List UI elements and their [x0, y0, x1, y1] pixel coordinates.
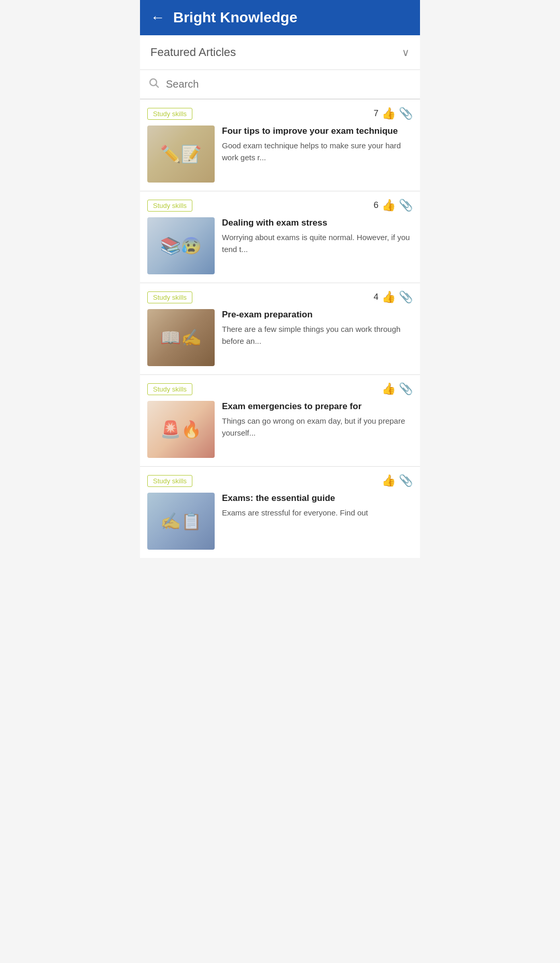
article-item[interactable]: Study skills 6 👍 📎 Dealing with exam str… — [140, 191, 420, 283]
article-thumbnail — [147, 493, 215, 550]
attachment-icon[interactable]: 📎 — [399, 290, 413, 304]
article-item[interactable]: Study skills 👍 📎 Exam emergencies to pre… — [140, 375, 420, 467]
article-text: Exam emergencies to prepare for Things c… — [222, 401, 413, 458]
article-excerpt: Exams are stressful for everyone. Find o… — [222, 507, 413, 519]
article-text: Pre-exam preparation There are a few sim… — [222, 309, 413, 366]
article-excerpt: There are a few simple things you can wo… — [222, 324, 413, 347]
article-top-row: Study skills 👍 📎 — [140, 467, 420, 487]
search-input[interactable] — [166, 78, 412, 90]
article-text: Exams: the essential guide Exams are str… — [222, 493, 413, 550]
article-meta: 4 👍 📎 — [374, 290, 413, 304]
article-meta: 6 👍 📎 — [374, 199, 413, 212]
article-tag[interactable]: Study skills — [147, 475, 192, 487]
thumbs-up-icon[interactable]: 👍 — [382, 382, 396, 396]
article-content: Four tips to improve your exam technique… — [140, 120, 420, 191]
article-top-row: Study skills 6 👍 📎 — [140, 191, 420, 212]
thumbs-up-icon[interactable]: 👍 — [382, 290, 396, 304]
article-content: Pre-exam preparation There are a few sim… — [140, 304, 420, 374]
search-bar — [140, 70, 420, 100]
back-button[interactable]: ← — [150, 10, 165, 25]
article-tag[interactable]: Study skills — [147, 200, 192, 212]
article-item[interactable]: Study skills 👍 📎 Exams: the essential gu… — [140, 467, 420, 558]
attachment-icon[interactable]: 📎 — [399, 199, 413, 212]
article-item[interactable]: Study skills 4 👍 📎 Pre-exam preparation … — [140, 283, 420, 375]
article-title: Exam emergencies to prepare for — [222, 401, 413, 412]
like-count: 6 — [374, 200, 379, 211]
article-title: Pre-exam preparation — [222, 309, 413, 320]
article-title: Exams: the essential guide — [222, 493, 413, 504]
article-thumbnail — [147, 401, 215, 458]
article-content: Dealing with exam stress Worrying about … — [140, 212, 420, 283]
article-tag[interactable]: Study skills — [147, 291, 192, 303]
article-meta: 👍 📎 — [382, 382, 413, 396]
like-count: 7 — [374, 108, 379, 119]
article-content: Exams: the essential guide Exams are str… — [140, 487, 420, 558]
featured-articles-bar[interactable]: Featured Articles ∨ — [140, 35, 420, 70]
article-thumbnail — [147, 309, 215, 366]
article-thumbnail — [147, 125, 215, 183]
article-excerpt: Good exam technique helps to make sure y… — [222, 140, 413, 163]
featured-label: Featured Articles — [150, 46, 236, 59]
article-tag[interactable]: Study skills — [147, 108, 192, 120]
attachment-icon[interactable]: 📎 — [399, 474, 413, 487]
article-title: Four tips to improve your exam technique — [222, 125, 413, 137]
article-top-row: Study skills 7 👍 📎 — [140, 100, 420, 120]
article-text: Dealing with exam stress Worrying about … — [222, 217, 413, 274]
article-top-row: Study skills 👍 📎 — [140, 375, 420, 396]
app-title: Bright Knowledge — [173, 9, 298, 26]
svg-line-1 — [156, 85, 159, 88]
thumbs-up-icon[interactable]: 👍 — [382, 199, 396, 212]
article-item[interactable]: Study skills 7 👍 📎 Four tips to improve … — [140, 100, 420, 191]
article-content: Exam emergencies to prepare for Things c… — [140, 396, 420, 466]
chevron-down-icon: ∨ — [402, 46, 410, 59]
article-meta: 👍 📎 — [382, 474, 413, 487]
article-text: Four tips to improve your exam technique… — [222, 125, 413, 183]
app-header: ← Bright Knowledge — [140, 0, 420, 35]
thumbs-up-icon[interactable]: 👍 — [382, 107, 396, 120]
article-thumbnail — [147, 217, 215, 274]
article-meta: 7 👍 📎 — [374, 107, 413, 120]
article-tag[interactable]: Study skills — [147, 383, 192, 395]
article-excerpt: Things can go wrong on exam day, but if … — [222, 415, 413, 439]
attachment-icon[interactable]: 📎 — [399, 107, 413, 120]
like-count: 4 — [374, 292, 379, 302]
thumbs-up-icon[interactable]: 👍 — [382, 474, 396, 487]
search-icon — [148, 77, 160, 91]
article-excerpt: Worrying about exams is quite normal. Ho… — [222, 232, 413, 255]
attachment-icon[interactable]: 📎 — [399, 382, 413, 396]
article-top-row: Study skills 4 👍 📎 — [140, 283, 420, 304]
article-title: Dealing with exam stress — [222, 217, 413, 229]
article-list: Study skills 7 👍 📎 Four tips to improve … — [140, 100, 420, 558]
